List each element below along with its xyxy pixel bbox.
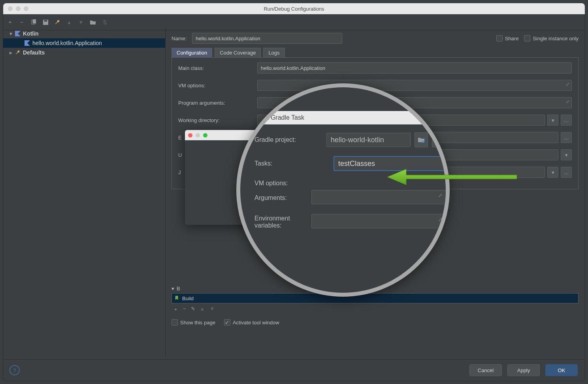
tab-configuration[interactable]: Configuration [172,48,212,57]
move-up-icon[interactable]: ▲ [66,19,73,26]
vm-options-label: VM options: [178,83,257,88]
share-checkbox[interactable]: Share [496,35,519,41]
wrench-icon[interactable] [54,19,61,26]
annotation-arrow [386,168,517,186]
wrench-icon [14,49,21,56]
mag-arguments-input[interactable] [311,190,447,204]
add-icon[interactable]: ＋ [6,19,13,26]
tree-node-config[interactable]: hello.world.kotlin.Application [3,38,165,48]
mag-env-input[interactable] [311,214,447,228]
tree-node-label: hello.world.kotlin.Application [32,40,102,46]
gradle-project-value: hello-world-kotlin [331,136,384,144]
cancel-button[interactable]: Cancel [469,364,502,376]
sort-icon[interactable]: ⇅ [101,19,108,26]
window-titlebar: Run/Debug Configurations [3,3,585,15]
tab-coverage[interactable]: Code Coverage [215,48,261,57]
dropdown-icon[interactable]: ▾ [547,167,558,178]
show-page-label: Show this page [180,320,215,326]
svg-rect-4 [422,141,424,143]
project-picker-icon[interactable] [415,132,428,147]
window-title: Run/Debug Configurations [3,6,585,12]
tasks-value: testClasses [338,160,375,168]
svg-rect-1 [32,19,36,23]
svg-rect-3 [44,20,47,21]
expand-icon[interactable]: ⤢ [566,82,569,87]
magnified-title-suffix: ct Gradle Task [264,114,304,121]
tree-node-label: Kotlin [23,30,39,37]
chevron-down-icon: ▾ [7,30,14,37]
chevron-down-icon[interactable]: ▾ [172,286,174,292]
tree-node-defaults[interactable]: ▸ Defaults [3,48,165,57]
move-up-icon[interactable]: ▲ [200,306,205,313]
add-icon[interactable]: ＋ [173,306,178,313]
tab-logs[interactable]: Logs [263,48,285,57]
activate-label: Activate tool window [233,320,279,326]
ok-button[interactable]: OK [545,364,578,376]
name-input[interactable] [192,33,342,44]
browse-icon[interactable]: … [561,167,572,178]
mag-env-label: Environment variables: [254,215,311,229]
before-launch-task-label: Build [182,296,194,301]
traffic-minimize[interactable] [196,133,200,137]
main-class-input[interactable] [257,62,572,73]
kotlin-icon [14,30,21,37]
browse-icon[interactable]: … [561,115,572,126]
tasks-label: Tasks: [254,160,334,167]
expand-icon[interactable]: ⤢ [438,216,443,222]
dropdown-icon[interactable]: ▾ [547,115,558,126]
gradle-project-label: Gradle project: [254,136,326,143]
mag-arguments-label: Arguments: [254,194,311,201]
working-dir-label: Working directory: [178,117,257,123]
before-launch-label-truncated: B [177,286,180,292]
kotlin-icon [24,40,31,47]
mag-vm-options-label: VM options: [254,180,334,187]
magnified-titlebar: ct Gradle Task [240,111,446,124]
remove-icon[interactable]: − [183,306,186,313]
magnifier-zoom: ct Gradle Task Gradle project: hello-wor… [236,83,450,297]
check-icon: ✓ [224,319,230,326]
before-launch-toolbar: ＋ − ✎ ▲ ▼ [172,303,579,315]
expand-icon[interactable]: ⤢ [566,99,569,104]
move-down-icon[interactable]: ▼ [209,306,215,313]
share-label: Share [505,36,519,41]
folder-icon[interactable] [89,19,96,26]
tree-node-label: Defaults [23,49,45,56]
traffic-close[interactable] [188,133,192,137]
dropdown-icon[interactable]: ▾ [561,149,572,160]
chevron-right-icon: ▸ [7,49,14,56]
program-args-label: Program arguments: [178,100,257,106]
config-tabs: Configuration Code Coverage Logs [172,48,579,57]
apply-button[interactable]: Apply [507,364,540,376]
show-page-checkbox[interactable]: Show this page [172,319,215,326]
edit-icon[interactable]: ✎ [191,306,195,313]
dialog-footer: Cancel Apply OK [3,359,585,381]
move-down-icon[interactable]: ▼ [77,19,85,26]
name-label: Name: [172,36,187,41]
copy-icon[interactable] [30,19,37,26]
before-launch-task[interactable]: Build [172,294,578,303]
before-launch-list: Build [172,293,579,303]
browse-icon[interactable]: … [561,132,572,143]
main-class-label: Main class: [178,65,257,71]
remove-icon[interactable]: − [18,19,25,26]
vm-options-input[interactable] [257,80,572,91]
help-icon[interactable]: ? [9,365,20,375]
single-instance-checkbox[interactable]: Single instance only [524,35,579,41]
traffic-zoom[interactable] [203,133,207,137]
expand-icon[interactable]: ⤢ [438,192,443,198]
run-config-tree: ▾ Kotlin hello.world.kotlin.Application … [3,28,166,357]
build-task-icon [174,295,180,302]
save-icon[interactable] [42,19,49,26]
single-instance-label: Single instance only [533,36,579,41]
tree-node-kotlin[interactable]: ▾ Kotlin [3,29,165,38]
gradle-project-field[interactable]: hello-world-kotlin [326,133,411,147]
activate-tool-window-checkbox[interactable]: ✓Activate tool window [224,319,279,326]
